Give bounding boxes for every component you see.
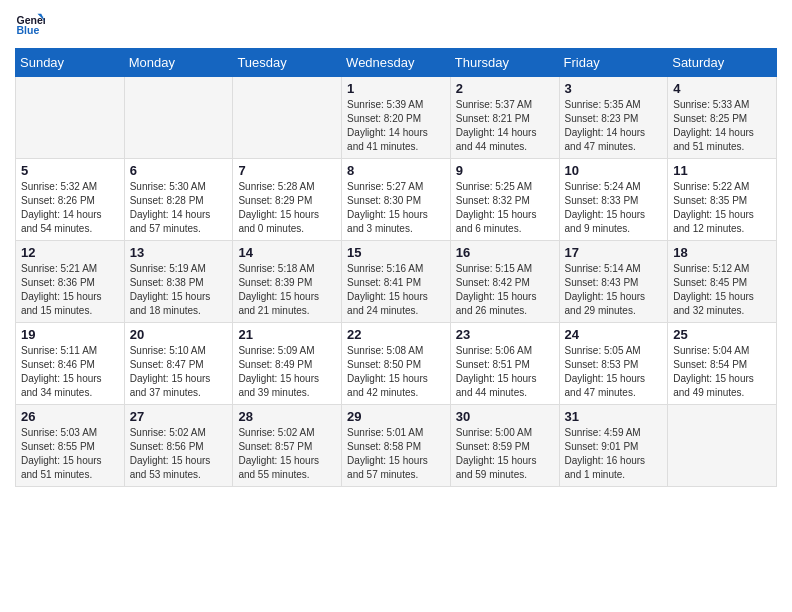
day-number: 26 xyxy=(21,409,119,424)
day-number: 15 xyxy=(347,245,445,260)
day-info: Sunrise: 5:00 AM Sunset: 8:59 PM Dayligh… xyxy=(456,426,554,482)
day-info: Sunrise: 5:04 AM Sunset: 8:54 PM Dayligh… xyxy=(673,344,771,400)
day-info: Sunrise: 5:25 AM Sunset: 8:32 PM Dayligh… xyxy=(456,180,554,236)
day-number: 6 xyxy=(130,163,228,178)
weekday-header-friday: Friday xyxy=(559,49,668,77)
day-info: Sunrise: 5:08 AM Sunset: 8:50 PM Dayligh… xyxy=(347,344,445,400)
day-info: Sunrise: 5:19 AM Sunset: 8:38 PM Dayligh… xyxy=(130,262,228,318)
day-info: Sunrise: 5:05 AM Sunset: 8:53 PM Dayligh… xyxy=(565,344,663,400)
calendar-cell: 25Sunrise: 5:04 AM Sunset: 8:54 PM Dayli… xyxy=(668,323,777,405)
day-number: 23 xyxy=(456,327,554,342)
calendar-cell: 13Sunrise: 5:19 AM Sunset: 8:38 PM Dayli… xyxy=(124,241,233,323)
day-info: Sunrise: 5:30 AM Sunset: 8:28 PM Dayligh… xyxy=(130,180,228,236)
calendar-cell: 18Sunrise: 5:12 AM Sunset: 8:45 PM Dayli… xyxy=(668,241,777,323)
day-number: 22 xyxy=(347,327,445,342)
day-info: Sunrise: 5:28 AM Sunset: 8:29 PM Dayligh… xyxy=(238,180,336,236)
day-info: Sunrise: 5:15 AM Sunset: 8:42 PM Dayligh… xyxy=(456,262,554,318)
day-number: 5 xyxy=(21,163,119,178)
calendar-cell: 22Sunrise: 5:08 AM Sunset: 8:50 PM Dayli… xyxy=(342,323,451,405)
day-info: Sunrise: 5:37 AM Sunset: 8:21 PM Dayligh… xyxy=(456,98,554,154)
calendar-cell: 9Sunrise: 5:25 AM Sunset: 8:32 PM Daylig… xyxy=(450,159,559,241)
calendar-cell: 14Sunrise: 5:18 AM Sunset: 8:39 PM Dayli… xyxy=(233,241,342,323)
day-number: 4 xyxy=(673,81,771,96)
day-number: 1 xyxy=(347,81,445,96)
calendar-week-4: 19Sunrise: 5:11 AM Sunset: 8:46 PM Dayli… xyxy=(16,323,777,405)
calendar-cell xyxy=(16,77,125,159)
calendar-cell: 2Sunrise: 5:37 AM Sunset: 8:21 PM Daylig… xyxy=(450,77,559,159)
day-number: 16 xyxy=(456,245,554,260)
day-number: 10 xyxy=(565,163,663,178)
day-info: Sunrise: 5:27 AM Sunset: 8:30 PM Dayligh… xyxy=(347,180,445,236)
day-number: 19 xyxy=(21,327,119,342)
calendar-cell: 12Sunrise: 5:21 AM Sunset: 8:36 PM Dayli… xyxy=(16,241,125,323)
weekday-header-thursday: Thursday xyxy=(450,49,559,77)
day-info: Sunrise: 5:02 AM Sunset: 8:56 PM Dayligh… xyxy=(130,426,228,482)
calendar-week-1: 1Sunrise: 5:39 AM Sunset: 8:20 PM Daylig… xyxy=(16,77,777,159)
day-number: 12 xyxy=(21,245,119,260)
calendar-cell: 17Sunrise: 5:14 AM Sunset: 8:43 PM Dayli… xyxy=(559,241,668,323)
calendar-cell: 21Sunrise: 5:09 AM Sunset: 8:49 PM Dayli… xyxy=(233,323,342,405)
day-info: Sunrise: 5:09 AM Sunset: 8:49 PM Dayligh… xyxy=(238,344,336,400)
calendar-cell: 24Sunrise: 5:05 AM Sunset: 8:53 PM Dayli… xyxy=(559,323,668,405)
day-number: 21 xyxy=(238,327,336,342)
day-info: Sunrise: 5:12 AM Sunset: 8:45 PM Dayligh… xyxy=(673,262,771,318)
day-number: 9 xyxy=(456,163,554,178)
calendar-table: SundayMondayTuesdayWednesdayThursdayFrid… xyxy=(15,48,777,487)
day-info: Sunrise: 5:35 AM Sunset: 8:23 PM Dayligh… xyxy=(565,98,663,154)
logo-icon: General Blue xyxy=(15,10,45,40)
calendar-cell: 5Sunrise: 5:32 AM Sunset: 8:26 PM Daylig… xyxy=(16,159,125,241)
day-info: Sunrise: 5:24 AM Sunset: 8:33 PM Dayligh… xyxy=(565,180,663,236)
day-number: 30 xyxy=(456,409,554,424)
calendar-cell: 6Sunrise: 5:30 AM Sunset: 8:28 PM Daylig… xyxy=(124,159,233,241)
day-number: 7 xyxy=(238,163,336,178)
day-info: Sunrise: 5:22 AM Sunset: 8:35 PM Dayligh… xyxy=(673,180,771,236)
calendar-cell: 27Sunrise: 5:02 AM Sunset: 8:56 PM Dayli… xyxy=(124,405,233,487)
svg-text:Blue: Blue xyxy=(17,24,40,36)
weekday-header-saturday: Saturday xyxy=(668,49,777,77)
day-number: 28 xyxy=(238,409,336,424)
day-number: 18 xyxy=(673,245,771,260)
day-info: Sunrise: 5:39 AM Sunset: 8:20 PM Dayligh… xyxy=(347,98,445,154)
day-number: 14 xyxy=(238,245,336,260)
day-info: Sunrise: 5:16 AM Sunset: 8:41 PM Dayligh… xyxy=(347,262,445,318)
day-info: Sunrise: 5:32 AM Sunset: 8:26 PM Dayligh… xyxy=(21,180,119,236)
calendar-cell: 1Sunrise: 5:39 AM Sunset: 8:20 PM Daylig… xyxy=(342,77,451,159)
calendar-cell: 15Sunrise: 5:16 AM Sunset: 8:41 PM Dayli… xyxy=(342,241,451,323)
day-info: Sunrise: 5:03 AM Sunset: 8:55 PM Dayligh… xyxy=(21,426,119,482)
day-number: 17 xyxy=(565,245,663,260)
calendar-cell: 16Sunrise: 5:15 AM Sunset: 8:42 PM Dayli… xyxy=(450,241,559,323)
day-info: Sunrise: 5:33 AM Sunset: 8:25 PM Dayligh… xyxy=(673,98,771,154)
day-number: 31 xyxy=(565,409,663,424)
day-number: 20 xyxy=(130,327,228,342)
calendar-cell xyxy=(124,77,233,159)
weekday-header-sunday: Sunday xyxy=(16,49,125,77)
day-number: 3 xyxy=(565,81,663,96)
calendar-week-3: 12Sunrise: 5:21 AM Sunset: 8:36 PM Dayli… xyxy=(16,241,777,323)
day-info: Sunrise: 5:10 AM Sunset: 8:47 PM Dayligh… xyxy=(130,344,228,400)
calendar-cell: 19Sunrise: 5:11 AM Sunset: 8:46 PM Dayli… xyxy=(16,323,125,405)
day-number: 25 xyxy=(673,327,771,342)
day-number: 27 xyxy=(130,409,228,424)
logo: General Blue xyxy=(15,10,49,40)
weekday-header-wednesday: Wednesday xyxy=(342,49,451,77)
day-info: Sunrise: 5:21 AM Sunset: 8:36 PM Dayligh… xyxy=(21,262,119,318)
day-number: 13 xyxy=(130,245,228,260)
calendar-cell: 30Sunrise: 5:00 AM Sunset: 8:59 PM Dayli… xyxy=(450,405,559,487)
header: General Blue xyxy=(15,10,777,40)
calendar-week-2: 5Sunrise: 5:32 AM Sunset: 8:26 PM Daylig… xyxy=(16,159,777,241)
weekday-header-row: SundayMondayTuesdayWednesdayThursdayFrid… xyxy=(16,49,777,77)
day-info: Sunrise: 5:18 AM Sunset: 8:39 PM Dayligh… xyxy=(238,262,336,318)
day-info: Sunrise: 5:01 AM Sunset: 8:58 PM Dayligh… xyxy=(347,426,445,482)
weekday-header-monday: Monday xyxy=(124,49,233,77)
calendar-cell: 3Sunrise: 5:35 AM Sunset: 8:23 PM Daylig… xyxy=(559,77,668,159)
calendar-week-5: 26Sunrise: 5:03 AM Sunset: 8:55 PM Dayli… xyxy=(16,405,777,487)
calendar-cell xyxy=(233,77,342,159)
day-info: Sunrise: 5:02 AM Sunset: 8:57 PM Dayligh… xyxy=(238,426,336,482)
day-number: 24 xyxy=(565,327,663,342)
day-info: Sunrise: 5:06 AM Sunset: 8:51 PM Dayligh… xyxy=(456,344,554,400)
calendar-cell: 8Sunrise: 5:27 AM Sunset: 8:30 PM Daylig… xyxy=(342,159,451,241)
calendar-cell: 7Sunrise: 5:28 AM Sunset: 8:29 PM Daylig… xyxy=(233,159,342,241)
day-info: Sunrise: 5:14 AM Sunset: 8:43 PM Dayligh… xyxy=(565,262,663,318)
calendar-cell: 23Sunrise: 5:06 AM Sunset: 8:51 PM Dayli… xyxy=(450,323,559,405)
day-info: Sunrise: 4:59 AM Sunset: 9:01 PM Dayligh… xyxy=(565,426,663,482)
